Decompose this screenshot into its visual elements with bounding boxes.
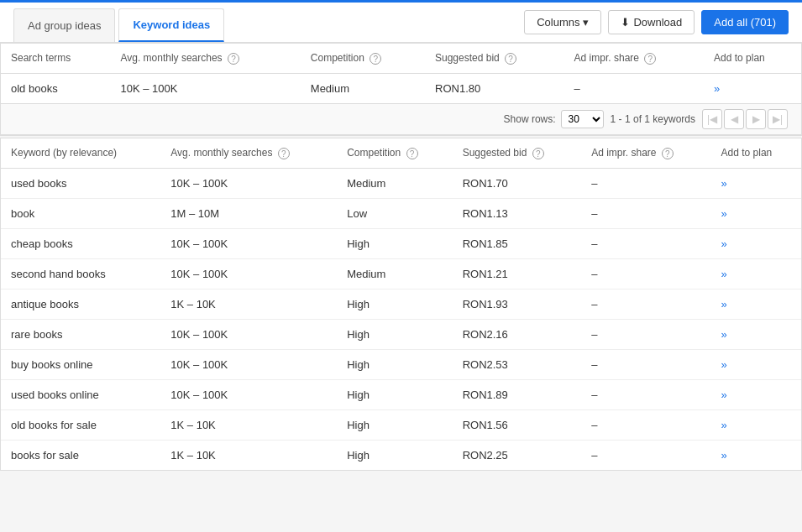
cell-add-to-plan[interactable]: » (711, 379, 801, 409)
col-add-to-plan-ki: Add to plan (711, 138, 801, 168)
table-row: cheap books 10K – 100K High RON1.85 – » (1, 228, 801, 258)
keyword-ideas-table: Keyword (by relevance) Avg. monthly sear… (1, 138, 801, 470)
tab-keyword-ideas[interactable]: Keyword ideas (118, 8, 224, 42)
help-icon[interactable]: ? (532, 148, 544, 159)
help-icon[interactable]: ? (406, 148, 418, 159)
cell-suggested-bid: RON1.89 (453, 379, 582, 409)
table-row: old books 10K – 100K Medium RON1.80 – » (1, 73, 801, 103)
content: Search terms Avg. monthly searches ? Com… (0, 43, 802, 471)
cell-keyword: antique books (1, 289, 160, 319)
prev-page-btn[interactable]: ◀ (724, 109, 744, 129)
help-icon[interactable]: ? (228, 53, 239, 65)
cell-ad-impr-share: – (564, 73, 704, 103)
cell-add-to-plan[interactable]: » (711, 289, 801, 319)
help-icon[interactable]: ? (278, 148, 290, 159)
cell-keyword: old books for sale (1, 409, 160, 440)
download-button[interactable]: ⬇ Download (608, 10, 695, 34)
last-page-btn[interactable]: ▶| (768, 109, 788, 129)
col-competition-ki: Competition ? (337, 138, 452, 168)
cell-suggested-bid: RON2.53 (453, 349, 582, 379)
cell-add-to-plan[interactable]: » (711, 409, 801, 440)
pagination-bar: Show rows: 30 50 100 1 - 1 of 1 keywords… (1, 103, 801, 135)
search-terms-header-row: Search terms Avg. monthly searches ? Com… (1, 44, 801, 73)
col-avg-monthly-ki: Avg. monthly searches ? (160, 138, 337, 168)
next-page-btn[interactable]: ▶ (746, 109, 766, 129)
cell-competition: High (337, 319, 452, 349)
cell-ad-impr-share: – (581, 168, 710, 198)
cell-avg-monthly: 10K – 100K (160, 228, 337, 258)
table-row: used books 10K – 100K Medium RON1.70 – » (1, 168, 801, 198)
col-suggested-bid-st: Suggested bid ? (425, 44, 564, 73)
cell-competition: High (337, 289, 452, 319)
cell-add-to-plan[interactable]: » (704, 73, 801, 103)
cell-suggested-bid: RON2.25 (453, 440, 582, 470)
download-icon: ⬇ (621, 16, 630, 29)
cell-ad-impr-share: – (581, 409, 710, 440)
cell-competition: Low (337, 198, 452, 228)
help-icon[interactable]: ? (644, 53, 656, 65)
cell-competition: Medium (337, 258, 452, 289)
table-row: used books online 10K – 100K High RON1.8… (1, 379, 801, 409)
help-icon[interactable]: ? (370, 53, 381, 65)
cell-keyword: buy books online (1, 349, 160, 379)
cell-suggested-bid: RON1.13 (453, 198, 582, 228)
cell-add-to-plan[interactable]: » (711, 258, 801, 289)
show-rows-container: Show rows: 30 50 100 (504, 110, 604, 128)
keyword-ideas-table-container: Keyword (by relevance) Avg. monthly sear… (1, 138, 801, 470)
col-ad-impr-share-st: Ad impr. share ? (564, 44, 704, 73)
cell-suggested-bid: RON1.21 (453, 258, 582, 289)
cell-suggested-bid: RON1.70 (453, 168, 582, 198)
cell-avg-monthly: 10K – 100K (160, 379, 337, 409)
cell-add-to-plan[interactable]: » (711, 228, 801, 258)
table-row: second hand books 10K – 100K Medium RON1… (1, 258, 801, 289)
cell-avg-monthly: 10K – 100K (160, 319, 337, 349)
first-page-btn[interactable]: |◀ (702, 109, 722, 129)
cell-add-to-plan[interactable]: » (711, 319, 801, 349)
rows-per-page-select[interactable]: 30 50 100 (561, 110, 604, 128)
top-actions: Columns ▾ ⬇ Download Add all (701) (524, 10, 789, 34)
cell-ad-impr-share: – (581, 379, 710, 409)
add-all-label: Add all (701) (714, 16, 776, 29)
cell-avg-monthly: 10K – 100K (160, 168, 337, 198)
cell-keyword: rare books (1, 319, 160, 349)
col-keyword: Keyword (by relevance) (1, 138, 160, 168)
cell-avg-monthly: 1M – 10M (160, 198, 337, 228)
col-ad-impr-share-ki: Ad impr. share ? (581, 138, 710, 168)
download-label: Download (633, 16, 682, 29)
cell-add-to-plan[interactable]: » (711, 168, 801, 198)
chevron-down-icon: ▾ (583, 16, 589, 29)
cell-suggested-bid: RON1.93 (453, 289, 582, 319)
cell-ad-impr-share: – (581, 440, 710, 470)
tab-keyword-ideas-label: Keyword ideas (133, 18, 210, 31)
search-terms-table: Search terms Avg. monthly searches ? Com… (1, 44, 801, 103)
col-competition-st: Competition ? (301, 44, 425, 73)
add-all-button[interactable]: Add all (701) (701, 10, 789, 34)
cell-keyword: books for sale (1, 440, 160, 470)
cell-add-to-plan[interactable]: » (711, 440, 801, 470)
help-icon[interactable]: ? (662, 148, 674, 159)
help-icon[interactable]: ? (505, 53, 516, 65)
pagination-range: 1 - 1 of 1 keywords (611, 113, 695, 125)
table-row: rare books 10K – 100K High RON2.16 – » (1, 319, 801, 349)
cell-keyword: used books (1, 168, 160, 198)
cell-ad-impr-share: – (581, 319, 710, 349)
cell-add-to-plan[interactable]: » (711, 198, 801, 228)
cell-competition: High (337, 349, 452, 379)
col-add-to-plan-st: Add to plan (704, 44, 801, 73)
cell-suggested-bid: RON2.16 (453, 319, 582, 349)
table-row: old books for sale 1K – 10K High RON1.56… (1, 409, 801, 440)
cell-keyword: book (1, 198, 160, 228)
tab-ad-group[interactable]: Ad group ideas (13, 8, 115, 42)
cell-add-to-plan[interactable]: » (711, 349, 801, 379)
cell-ad-impr-share: – (581, 228, 710, 258)
tabs-container: Ad group ideas Keyword ideas (13, 3, 228, 42)
cell-competition: Medium (301, 73, 425, 103)
cell-keyword: second hand books (1, 258, 160, 289)
cell-competition: High (337, 409, 452, 440)
columns-button[interactable]: Columns ▾ (524, 10, 601, 34)
top-bar: Ad group ideas Keyword ideas Columns ▾ ⬇… (0, 3, 802, 43)
search-terms-section: Search terms Avg. monthly searches ? Com… (0, 43, 802, 136)
col-search-terms: Search terms (1, 44, 110, 73)
cell-suggested-bid: RON1.56 (453, 409, 582, 440)
col-suggested-bid-ki: Suggested bid ? (453, 138, 582, 168)
